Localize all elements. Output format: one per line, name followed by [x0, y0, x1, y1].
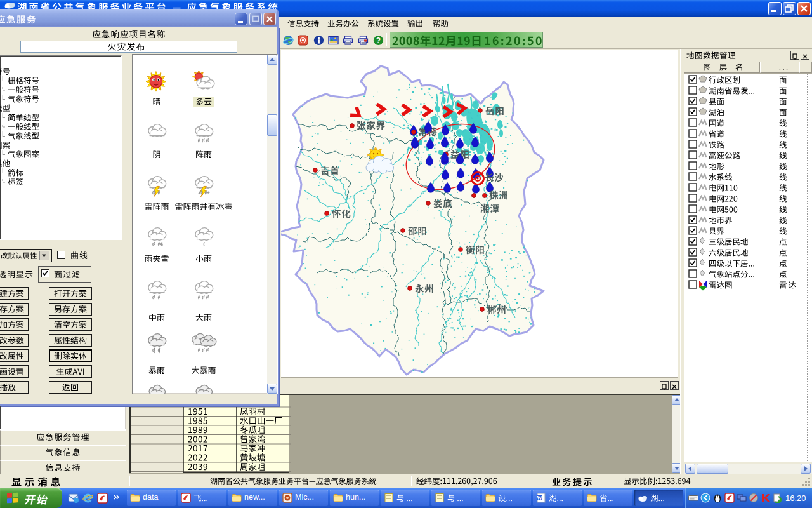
svg-text:?: ? [376, 36, 381, 45]
svg-text:W: W [537, 495, 542, 501]
